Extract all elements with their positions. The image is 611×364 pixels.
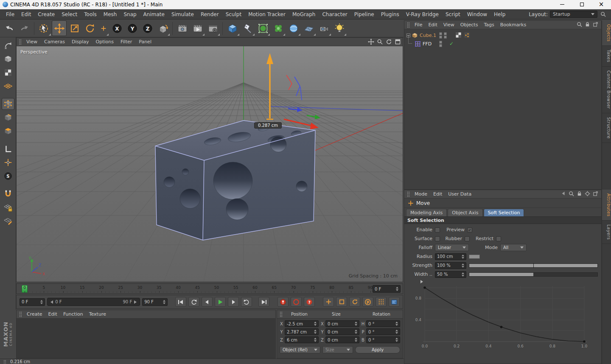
add-floor-icon[interactable]	[301, 20, 316, 36]
keyframe-selection-icon[interactable]: ?	[304, 297, 315, 307]
size-z-field[interactable]: 0 cm	[325, 336, 359, 343]
om-menu-objects[interactable]: Objects	[457, 21, 481, 28]
record-parameter-icon[interactable]: P	[362, 297, 373, 307]
menu-script[interactable]: Script	[442, 11, 464, 18]
surface-checkbox[interactable]	[435, 236, 440, 241]
strength-slider[interactable]	[469, 263, 598, 268]
soft-selection-section-header[interactable]: Soft Selection	[404, 216, 601, 224]
menu-select[interactable]: Select	[58, 11, 81, 18]
editor-visibility-dot[interactable]	[439, 41, 442, 44]
render-to-picture-viewer-icon[interactable]	[190, 20, 205, 36]
object-row-ffd[interactable]: FFD ✓	[404, 39, 601, 48]
polygons-mode-icon[interactable]	[2, 125, 14, 137]
tweak-mode-icon[interactable]	[2, 143, 14, 155]
editor-visibility-dot[interactable]	[439, 32, 442, 35]
mode-dropdown[interactable]: All	[500, 244, 527, 251]
curve-control-point[interactable]	[423, 286, 426, 289]
goto-start-icon[interactable]	[175, 297, 186, 307]
attr-target-icon[interactable]	[585, 191, 590, 198]
range-right-handle-icon[interactable]	[134, 300, 137, 304]
record-scale-icon[interactable]	[336, 297, 347, 307]
radius-field[interactable]: 100 cm	[435, 253, 466, 260]
panel-grip[interactable]	[3, 360, 6, 364]
curve-control-point[interactable]	[500, 326, 503, 328]
menu-file[interactable]: File	[3, 11, 18, 18]
menu-tools[interactable]: Tools	[81, 11, 100, 18]
preview-checkbox[interactable]: ✓	[467, 227, 472, 232]
menu-simulate[interactable]: Simulate	[168, 11, 197, 18]
last-used-tool-icon[interactable]	[98, 20, 109, 36]
texture-tag-icon[interactable]	[456, 32, 461, 39]
menu-create[interactable]: Create	[34, 11, 58, 18]
object-name[interactable]: Cube.1	[420, 33, 436, 38]
menu-pipeline[interactable]: Pipeline	[351, 11, 378, 18]
make-editable-icon[interactable]	[2, 39, 14, 51]
side-tab-attributes[interactable]: Attributes	[602, 190, 611, 221]
viewport-menu-display[interactable]: Display	[68, 38, 92, 45]
viewport-menu-panel[interactable]: Panel	[135, 38, 155, 45]
phong-tag-icon[interactable]	[464, 32, 470, 39]
om-menu-bookmarks[interactable]: Bookmarks	[497, 21, 529, 28]
timeline-ruler[interactable]: 051015202530354045505560657075808590 0 F	[16, 283, 403, 294]
frame-spinner[interactable]	[396, 287, 398, 291]
radius-mini-slider[interactable]	[469, 255, 480, 259]
menu-render[interactable]: Render	[197, 11, 222, 18]
close-button[interactable]: ×	[591, 0, 611, 9]
perspective-viewport[interactable]: ViewCamerasDisplayOptionsFilterPanel	[16, 37, 403, 282]
record-position-icon[interactable]	[323, 297, 334, 307]
viewport-menu-options[interactable]: Options	[92, 38, 117, 45]
add-spline-pen-icon[interactable]	[240, 20, 255, 36]
size-y-field[interactable]: 0 cm	[325, 328, 359, 335]
menu-motion-tracker[interactable]: Motion Tracker	[245, 11, 289, 18]
scale-tool-icon[interactable]	[67, 20, 82, 36]
add-light-icon[interactable]	[332, 20, 347, 36]
side-tab-structure[interactable]: Structure	[602, 113, 611, 143]
add-sky-icon[interactable]	[286, 20, 301, 36]
add-subdivision-surface-icon[interactable]	[255, 20, 270, 36]
pos-z-field[interactable]: 6 cm	[285, 336, 319, 343]
deformer-enabled-check-icon[interactable]: ✓	[449, 41, 454, 47]
menu-snap[interactable]: Snap	[120, 11, 140, 18]
falloff-curve-editor[interactable]: 0.40.80.00.20.40.60.81.0	[415, 284, 600, 350]
viewport-pan-icon[interactable]	[367, 39, 375, 45]
goto-end-icon[interactable]	[258, 297, 269, 307]
om-menu-file[interactable]: File	[412, 21, 425, 28]
search-icon[interactable]	[600, 11, 607, 18]
panel-grip[interactable]	[19, 39, 22, 45]
workplane-mode-icon[interactable]	[2, 80, 14, 92]
om-lock-icon[interactable]	[585, 22, 590, 28]
restrict-checkbox[interactable]	[496, 236, 501, 241]
side-tab-layers[interactable]: Layers	[602, 221, 611, 244]
menu-v-ray-bridge[interactable]: V-Ray Bridge	[403, 11, 442, 18]
texture-mode-icon[interactable]	[2, 67, 14, 78]
viewport-canvas[interactable]: Y X Z	[17, 46, 403, 282]
workplane-tool-icon[interactable]	[2, 215, 14, 227]
viewport-menu-filter[interactable]: Filter	[117, 38, 135, 45]
play-backwards-icon[interactable]	[188, 297, 199, 307]
points-mode-icon[interactable]	[2, 98, 14, 110]
model-mode-icon[interactable]	[2, 53, 14, 65]
render-visibility-dot[interactable]	[439, 44, 442, 47]
panel-grip[interactable]	[19, 311, 22, 317]
attr-tab-object-axis[interactable]: Object Axis	[448, 209, 482, 216]
menu-help[interactable]: Help	[490, 11, 509, 18]
om-menu-edit[interactable]: Edit	[425, 21, 440, 28]
end-spinner[interactable]	[163, 300, 165, 304]
snap-settings-icon[interactable]: S	[2, 170, 14, 182]
menu-mesh[interactable]: Mesh	[100, 11, 121, 18]
om-search-icon[interactable]	[577, 22, 582, 28]
layer-dot[interactable]	[444, 36, 447, 39]
strength-field[interactable]: 100 %	[435, 262, 466, 269]
side-tab-content-browser[interactable]: Content Browser	[602, 67, 611, 113]
materials-menu-function[interactable]: Function	[60, 311, 86, 318]
attr-tab-soft-selection[interactable]: Soft Selection	[484, 209, 524, 216]
object-name[interactable]: FFD	[423, 41, 432, 47]
menu-edit[interactable]: Edit	[18, 11, 34, 18]
show-timeline-icon[interactable]	[389, 297, 400, 307]
materials-menu-create[interactable]: Create	[24, 311, 45, 318]
maximize-button[interactable]	[572, 0, 591, 9]
side-tab-objects[interactable]: Objects	[602, 20, 611, 46]
move-tool-icon[interactable]	[52, 20, 67, 36]
falloff-curve-line[interactable]	[425, 288, 584, 342]
attr-menu-user-data[interactable]: User Data	[445, 190, 474, 198]
